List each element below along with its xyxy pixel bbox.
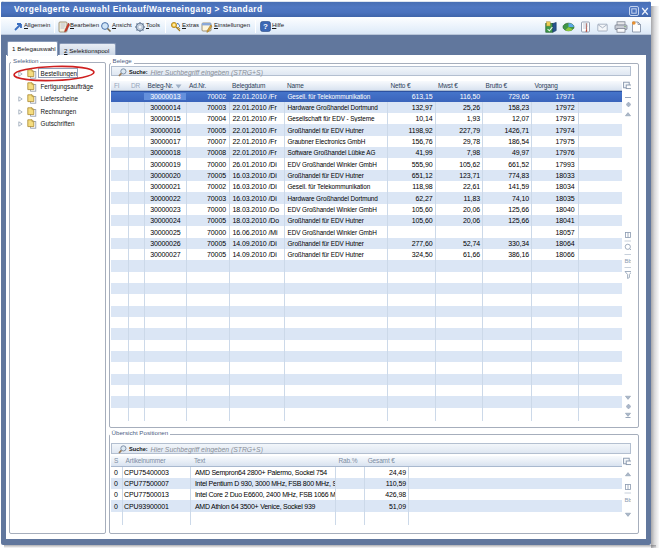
svg-text:Bb: Bb bbox=[624, 257, 631, 263]
svg-text:Bb: Bb bbox=[624, 497, 631, 503]
